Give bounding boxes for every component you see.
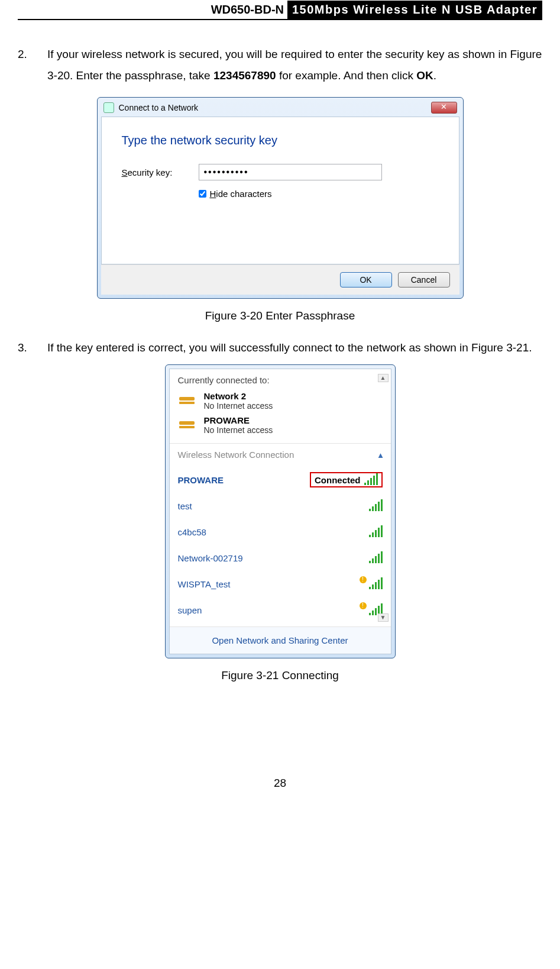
security-key-label: Security key: [122,167,199,177]
dialog-heading: Type the network security key [122,134,439,147]
current-connection-1-text: Network 2 No Internet access [204,391,273,411]
signal-warn-icon [360,579,383,589]
step-3-text: If the key entered is correct, you will … [47,337,542,358]
current-connection-2-text: PROWARE No Internet access [204,415,273,435]
network-name: PROWARE [178,475,224,485]
figure-3-20-window: Connect to a Network ✕ Type the network … [97,97,464,299]
hide-characters-u: H [210,189,216,199]
step-2: 2. If your wireless network is secured, … [18,44,542,86]
figure-3-21-caption: Figure 3-21 Connecting [18,669,542,682]
hide-characters-label: Hide characters [210,189,272,199]
current-connection-2-sub: No Internet access [204,425,273,435]
hide-characters-checkbox[interactable] [199,190,206,198]
connected-highlight: Connected [310,472,383,487]
cancel-button[interactable]: Cancel [398,272,450,288]
network-row-network-002719[interactable]: Network-002719 [178,545,383,571]
bench-icon [178,418,198,433]
security-key-label-u: S [122,167,128,177]
step-3: 3. If the key entered is correct, you wi… [18,337,542,358]
current-connection-2-name: PROWARE [204,415,273,425]
page-header: WD650-BD-N 150Mbps Wireless Lite N USB A… [18,0,542,20]
page-number: 28 [18,777,542,790]
network-name: WISPTA_test [178,579,231,589]
step-2-text-c: . [433,69,436,82]
button-bar: OK Cancel [101,264,459,295]
step-2-number: 2. [18,44,47,86]
network-name: Network-002719 [178,553,243,563]
signal-icon [369,500,383,511]
current-connection-1: Network 2 No Internet access [178,391,383,411]
popup-inner: ▲ Currently connected to: Network 2 No I… [169,369,391,654]
signal-icon [369,553,383,563]
network-row-supen[interactable]: supen [178,597,383,623]
currently-title: Currently connected to: [178,375,383,385]
scroll-down-icon[interactable]: ▼ [378,613,389,622]
network-row-wispta-test[interactable]: WISPTA_test [178,571,383,597]
wireless-network-connection-header[interactable]: Wireless Network Connection ▴ [170,444,391,466]
hide-characters-rest: ide characters [216,189,271,199]
currently-section: ▲ Currently connected to: Network 2 No I… [170,369,391,443]
bench-icon [178,393,198,409]
network-row-test[interactable]: test [178,493,383,519]
network-row-proware[interactable]: PROWARE Connected [178,467,383,493]
hide-characters-row: Hide characters [199,189,439,199]
titlebar: Connect to a Network ✕ [101,101,459,117]
open-network-sharing-center-link[interactable]: Open Network and Sharing Center [170,626,391,654]
signal-icon [369,527,383,537]
network-list: PROWARE Connected test c4bc58 Network-00… [170,466,391,626]
header-title: 150Mbps Wireless Lite N USB Adapter [287,1,542,19]
figure-3-21-popup: ▲ Currently connected to: Network 2 No I… [165,364,396,658]
step-2-bold-2: OK [416,69,433,82]
step-3-number: 3. [18,337,47,358]
signal-icon [364,474,378,485]
network-name: supen [178,605,202,615]
wnc-label: Wireless Network Connection [178,450,294,460]
current-connection-2: PROWARE No Internet access [178,415,383,435]
current-connection-1-name: Network 2 [204,391,273,401]
security-key-row: Security key: [122,164,439,180]
network-name: test [178,501,192,511]
window-icon [103,102,114,113]
connected-label: Connected [315,475,361,485]
step-2-text: If your wireless network is secured, you… [47,44,542,86]
window-title: Connect to a Network [119,103,431,112]
header-model: WD650-BD-N [211,3,287,17]
scroll-up-icon[interactable]: ▲ [378,374,389,382]
network-name: c4bc58 [178,527,206,537]
step-2-text-b: for example. And then click [276,69,417,82]
close-button[interactable]: ✕ [431,102,457,114]
chevron-up-icon: ▴ [378,450,383,460]
figure-3-20-caption: Figure 3-20 Enter Passphrase [18,309,542,322]
security-key-input[interactable] [199,164,382,180]
window-body: Type the network security key Security k… [101,117,459,264]
current-connection-1-sub: No Internet access [204,401,273,411]
ok-button[interactable]: OK [340,272,392,288]
security-key-label-rest: ecurity key: [128,167,173,177]
step-2-bold-1: 1234567890 [213,69,276,82]
network-row-c4bc58[interactable]: c4bc58 [178,519,383,545]
